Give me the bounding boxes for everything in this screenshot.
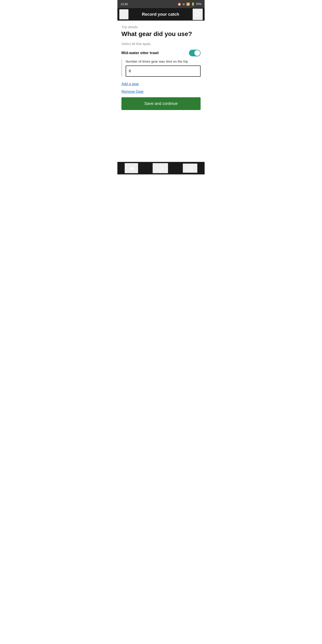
battery-icon: 🔋 (191, 2, 195, 6)
gear-toggle-row: Mid-water otter trawl (122, 50, 200, 56)
block-icon: ⊖ (182, 2, 185, 6)
bottom-nav-bar: ◀ (118, 162, 204, 174)
nav-recent-button[interactable] (183, 164, 198, 173)
status-bar: 13:36 ⏰ ⊖ 📶 🔋 52% (118, 0, 204, 8)
gear-name-label: Mid-water otter trawl (122, 51, 158, 55)
nav-home-button[interactable] (152, 163, 168, 173)
gear-shots-input[interactable] (126, 66, 200, 77)
toggle-thumb (194, 50, 200, 56)
status-icons: ⏰ ⊖ 📶 🔋 52% (178, 2, 202, 6)
exit-icon (195, 11, 200, 16)
gear-toggle[interactable] (189, 50, 200, 56)
save-continue-button[interactable]: Save and continue (122, 97, 200, 110)
recent-square-icon (188, 166, 192, 170)
nav-title: Record your catch (128, 12, 192, 17)
exit-button[interactable] (192, 8, 203, 20)
gear-detail-section: Number of times gear was shot on the tri… (122, 60, 200, 77)
svg-rect-3 (188, 166, 192, 170)
page-heading: What gear did you use? (122, 30, 200, 38)
remove-gear-link[interactable]: Remove Gear (122, 90, 144, 94)
svg-point-2 (158, 166, 163, 170)
back-button[interactable]: ← (119, 9, 128, 20)
signal-icon: 📶 (186, 2, 190, 6)
alarm-icon: ⏰ (178, 2, 181, 6)
svg-rect-0 (196, 12, 198, 16)
select-instruction: Select all that apply. (122, 42, 200, 46)
trip-details-label: Trip details (122, 25, 200, 29)
add-gear-link[interactable]: Add a gear (122, 82, 139, 86)
battery-percent: 52% (196, 2, 202, 6)
nav-back-button[interactable]: ◀ (124, 163, 138, 173)
top-nav-bar: ← Record your catch (118, 8, 204, 20)
gear-detail-label: Number of times gear was shot on the tri… (126, 60, 200, 63)
home-circle-icon (158, 165, 163, 171)
status-time: 13:36 (120, 2, 128, 6)
main-content: Trip details What gear did you use? Sele… (118, 20, 204, 162)
